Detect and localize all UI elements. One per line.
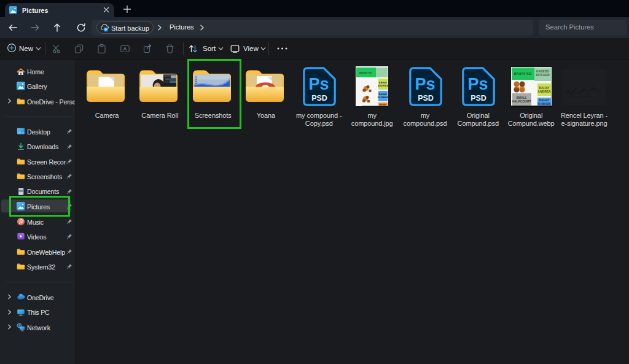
svg-text:PSD: PSD xyxy=(471,94,486,103)
svg-text:BAHAY KO: BAHAY KO xyxy=(514,72,531,76)
svg-text:BAHAY: BAHAY xyxy=(379,104,387,106)
svg-text:BAHAY KO: BAHAY KO xyxy=(359,71,372,74)
svg-text:GARDEN: GARDEN xyxy=(514,86,525,89)
svg-text:PSD: PSD xyxy=(418,94,434,103)
svg-text:Ps: Ps xyxy=(467,75,488,93)
svg-text:Ps: Ps xyxy=(415,75,435,93)
svg-text:Ps: Ps xyxy=(308,75,329,93)
svg-text:PSD: PSD xyxy=(311,94,327,103)
svg-text:HALFCOURT: HALFCOURT xyxy=(512,99,531,103)
svg-text:NI MAMA: NI MAMA xyxy=(377,96,388,99)
svg-text:ANDREA: ANDREA xyxy=(378,84,388,87)
svg-text:KITCHEN: KITCHEN xyxy=(536,73,550,77)
svg-text:NI MAMA: NI MAMA xyxy=(537,102,551,106)
svg-text:ANDREA: ANDREA xyxy=(537,90,551,93)
